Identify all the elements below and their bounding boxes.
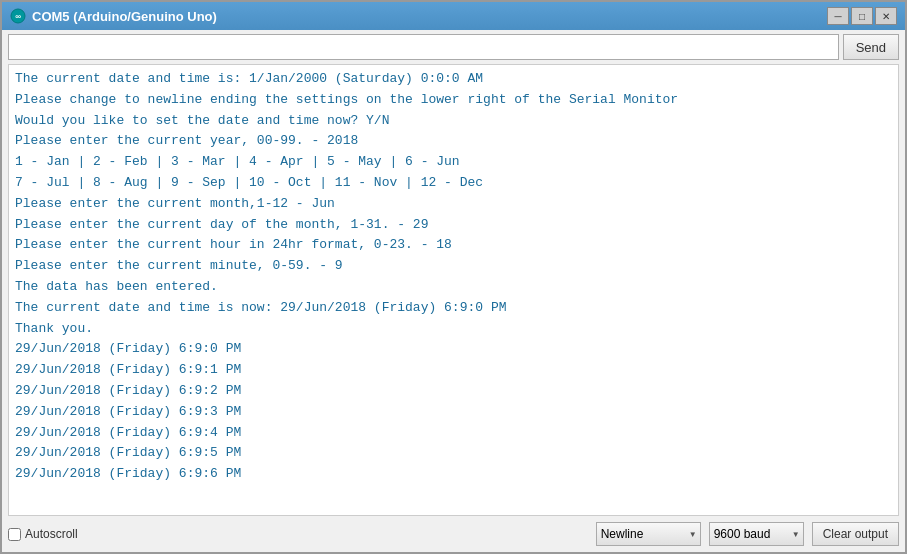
output-line: 29/Jun/2018 (Friday) 6:9:0 PM (15, 339, 892, 360)
output-line: 29/Jun/2018 (Friday) 6:9:4 PM (15, 423, 892, 444)
output-line: Please enter the current day of the mont… (15, 215, 892, 236)
status-bar: Autoscroll No line endingNewlineCarriage… (2, 516, 905, 552)
output-line: The current date and time is: 1/Jan/2000… (15, 69, 892, 90)
main-window: ∞ COM5 (Arduino/Genuino Uno) ─ □ ✕ Send … (0, 0, 907, 554)
output-line: Please change to newline ending the sett… (15, 90, 892, 111)
minimize-button[interactable]: ─ (827, 7, 849, 25)
output-line: Please enter the current month,1-12 - Ju… (15, 194, 892, 215)
clear-output-button[interactable]: Clear output (812, 522, 899, 546)
output-line: 1 - Jan | 2 - Feb | 3 - Mar | 4 - Apr | … (15, 152, 892, 173)
svg-text:∞: ∞ (15, 12, 21, 21)
output-line: The current date and time is now: 29/Jun… (15, 298, 892, 319)
newline-dropdown-wrapper: No line endingNewlineCarriage returnBoth… (596, 522, 701, 546)
autoscroll-label[interactable]: Autoscroll (8, 527, 78, 541)
arduino-icon: ∞ (10, 8, 26, 24)
output-line: The data has been entered. (15, 277, 892, 298)
output-line: Thank you. (15, 319, 892, 340)
serial-output[interactable]: The current date and time is: 1/Jan/2000… (8, 64, 899, 516)
output-line: Please enter the current hour in 24hr fo… (15, 235, 892, 256)
output-line: Would you like to set the date and time … (15, 111, 892, 132)
send-button[interactable]: Send (843, 34, 899, 60)
output-line: Please enter the current minute, 0-59. -… (15, 256, 892, 277)
toolbar: Send (2, 30, 905, 64)
title-bar: ∞ COM5 (Arduino/Genuino Uno) ─ □ ✕ (2, 2, 905, 30)
title-bar-left: ∞ COM5 (Arduino/Genuino Uno) (10, 8, 217, 24)
output-line: 29/Jun/2018 (Friday) 6:9:2 PM (15, 381, 892, 402)
output-line: 29/Jun/2018 (Friday) 6:9:3 PM (15, 402, 892, 423)
output-line: 29/Jun/2018 (Friday) 6:9:5 PM (15, 443, 892, 464)
title-bar-buttons: ─ □ ✕ (827, 7, 897, 25)
output-line: Please enter the current year, 00-99. - … (15, 131, 892, 152)
autoscroll-checkbox[interactable] (8, 528, 21, 541)
window-title: COM5 (Arduino/Genuino Uno) (32, 9, 217, 24)
close-button[interactable]: ✕ (875, 7, 897, 25)
output-line: 7 - Jul | 8 - Aug | 9 - Sep | 10 - Oct |… (15, 173, 892, 194)
send-input[interactable] (8, 34, 839, 60)
output-line: 29/Jun/2018 (Friday) 6:9:1 PM (15, 360, 892, 381)
baud-dropdown-wrapper: 300 baud1200 baud2400 baud4800 baud9600 … (709, 522, 804, 546)
maximize-button[interactable]: □ (851, 7, 873, 25)
output-line: 29/Jun/2018 (Friday) 6:9:6 PM (15, 464, 892, 485)
autoscroll-text: Autoscroll (25, 527, 78, 541)
baud-dropdown[interactable]: 300 baud1200 baud2400 baud4800 baud9600 … (709, 522, 804, 546)
newline-dropdown[interactable]: No line endingNewlineCarriage returnBoth… (596, 522, 701, 546)
